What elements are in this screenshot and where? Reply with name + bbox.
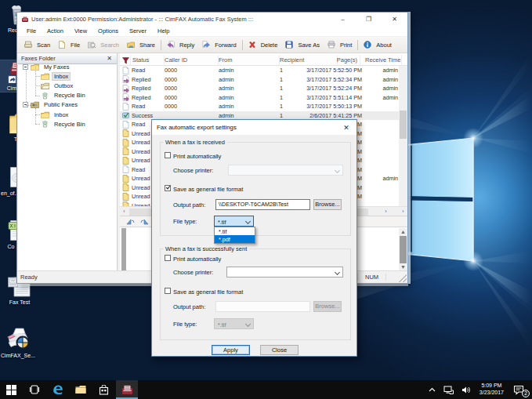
received-print-checkbox[interactable] xyxy=(165,152,171,158)
filter-funnel-icon[interactable] xyxy=(120,55,131,66)
desktop-icon-cimfax-se[interactable]: CimFAX_Se... xyxy=(0,327,36,359)
sent-print-checkbox[interactable] xyxy=(165,255,171,261)
cell-caller-id: 0000 xyxy=(165,94,177,102)
toolbar-about-button[interactable]: About xyxy=(360,38,396,52)
scroll-right2-icon[interactable]: › xyxy=(399,208,407,216)
tree-item-label: Public Faxes xyxy=(42,100,80,109)
close-dialog-button[interactable]: Close xyxy=(260,345,299,355)
tree-item-my-faxes[interactable]: My Faxes xyxy=(23,62,72,71)
received-printer-combo[interactable] xyxy=(228,165,343,176)
received-save-label[interactable]: Save as general file format xyxy=(173,186,243,193)
menu-options[interactable]: Options xyxy=(92,27,124,34)
tree-collapse-icon[interactable] xyxy=(23,64,28,70)
tree-item-inbox[interactable]: Inbox xyxy=(41,71,71,81)
received-browse-button[interactable]: Browse... xyxy=(313,199,342,210)
column-header-status[interactable]: Status xyxy=(132,55,165,66)
toolbar-share-button[interactable]: Share xyxy=(123,38,159,52)
cell-recipient: 1 xyxy=(280,67,283,74)
tree-item-recycle-bin[interactable]: Recycle Bin xyxy=(41,119,88,129)
sent-output-input[interactable] xyxy=(215,301,310,312)
volume-icon[interactable] xyxy=(458,380,475,399)
preview-scroll-up-icon[interactable]: ▲ xyxy=(399,228,407,235)
toolbar-save-as-button[interactable]: Save As xyxy=(281,38,324,52)
column-header-receive-time[interactable]: Receive Time xyxy=(365,55,402,66)
tree-item-inbox[interactable]: Inbox xyxy=(41,110,71,119)
preview-vertical-scrollbar[interactable]: ▲ ▼ xyxy=(399,228,407,270)
tree-connector-line xyxy=(35,67,36,96)
scan-icon xyxy=(24,41,34,49)
minimize-button[interactable]: – xyxy=(330,13,356,25)
taskbar-clock[interactable]: 5:09 PM 3/23/2017 xyxy=(475,380,508,399)
cimfax-taskbar-button[interactable] xyxy=(116,380,138,399)
received-output-input[interactable]: \\DESKTOP-T6CAM2B\Test xyxy=(215,199,310,210)
panel-close-icon[interactable]: ✕ xyxy=(105,55,114,62)
taskbar: 5:09 PM 3/23/2017 2 xyxy=(0,380,532,399)
network-icon[interactable] xyxy=(440,380,458,399)
sent-filetype-combo[interactable]: *.tif xyxy=(214,318,254,329)
list-vertical-scrollbar[interactable]: ▲ ▼ xyxy=(399,66,407,206)
menu-view[interactable]: View xyxy=(69,27,92,34)
maximize-button[interactable]: ❐ xyxy=(356,13,382,25)
fax-row-5[interactable]: Read0000admin13/17/2017 5:50:13 PM xyxy=(120,102,399,111)
received-filetype-combo[interactable]: *.tif xyxy=(214,216,254,227)
menu-help[interactable]: Help xyxy=(152,27,175,34)
sent-print-label[interactable]: Print automatically xyxy=(173,256,221,263)
task-view-button[interactable] xyxy=(24,380,45,399)
sent-save-checkbox[interactable] xyxy=(165,288,171,294)
toolbar-delete-button[interactable]: Delete xyxy=(244,38,282,52)
menu-server[interactable]: Server xyxy=(124,27,152,34)
folder-open-icon xyxy=(41,82,49,89)
dialog-close-icon[interactable]: ✕ xyxy=(336,124,356,132)
menu-action[interactable]: Action xyxy=(42,27,69,34)
tree-item-public-faxes[interactable]: Public Faxes xyxy=(23,100,80,110)
list-vscroll-thumb[interactable] xyxy=(400,111,407,139)
main-title-bar[interactable]: User:admin Ext:0000 Permission:Administr… xyxy=(17,13,407,25)
reply-icon xyxy=(167,41,177,49)
filetype-dropdown-list: *.tif*.pdf xyxy=(214,227,255,244)
fax-row-4[interactable]: Replied0000admin13/17/2017 5:51:14 PMadm… xyxy=(120,93,399,103)
scroll-up-icon[interactable]: ▲ xyxy=(399,66,407,74)
toolbar-file-button[interactable]: File xyxy=(54,38,84,52)
fax-row-2[interactable]: Replied0000admin13/17/2017 5:52:34 PMadm… xyxy=(120,75,399,85)
dropdown-option-tif[interactable]: *.tif xyxy=(215,227,255,235)
scroll-left-icon[interactable]: ‹ xyxy=(120,208,128,216)
start-button[interactable] xyxy=(0,380,22,399)
tray-chevron-up-icon[interactable] xyxy=(425,380,440,399)
tree-item-recycle-bin[interactable]: Recycle Bin xyxy=(41,91,88,100)
resize-grip[interactable] xyxy=(399,274,407,282)
file-explorer-button[interactable] xyxy=(70,380,92,399)
sent-printer-combo[interactable] xyxy=(226,267,343,277)
fax-row-1[interactable]: Read0000admin13/17/2017 5:52:50 PMadmin xyxy=(120,66,399,75)
preview-scroll-down-icon[interactable]: ▼ xyxy=(399,263,407,270)
rotate-left-icon[interactable] xyxy=(123,217,137,227)
scroll-right-icon[interactable]: › xyxy=(382,208,390,216)
close-button[interactable]: ✕ xyxy=(382,13,407,25)
column-header-from[interactable]: From xyxy=(219,55,280,66)
toolbar-scan-button[interactable]: Scan xyxy=(20,38,54,52)
toolbar-forward-button[interactable]: Forward xyxy=(198,38,241,52)
cell-status: Read xyxy=(132,67,145,74)
toolbar-search-button[interactable]: Search xyxy=(84,38,123,52)
store-button[interactable] xyxy=(92,380,114,399)
dropdown-option-pdf[interactable]: *.pdf xyxy=(215,235,255,243)
sent-browse-button[interactable]: Browse... xyxy=(313,301,342,312)
fax-row-3[interactable]: Replied0000admin13/17/2017 5:52:24 PMadm… xyxy=(120,84,399,93)
received-print-label[interactable]: Print automatically xyxy=(173,153,221,160)
action-center-icon[interactable]: 2 xyxy=(508,380,532,399)
dialog-title-bar[interactable]: Fax automatic export settings ✕ xyxy=(152,120,356,135)
scroll-down-icon[interactable]: ▼ xyxy=(399,198,407,206)
rotate-right-icon[interactable] xyxy=(137,217,151,227)
column-header-caller-id[interactable]: Caller ID xyxy=(165,55,219,66)
preview-vscroll-thumb[interactable] xyxy=(400,236,407,264)
received-save-checkbox[interactable] xyxy=(165,185,171,191)
apply-button[interactable]: Apply xyxy=(212,345,250,355)
menu-file[interactable]: File xyxy=(21,27,42,34)
toolbar-print-button[interactable]: Print xyxy=(324,38,356,52)
print-icon xyxy=(328,41,338,49)
edge-browser-button[interactable] xyxy=(47,380,69,399)
toolbar-button-label: File xyxy=(71,42,80,49)
toolbar-reply-button[interactable]: Reply xyxy=(163,38,198,52)
sent-save-label[interactable]: Save as general file format xyxy=(173,288,243,296)
column-header-page-s-[interactable]: Page(s) xyxy=(320,55,360,66)
tree-item-outbox[interactable]: Outbox xyxy=(41,81,75,90)
